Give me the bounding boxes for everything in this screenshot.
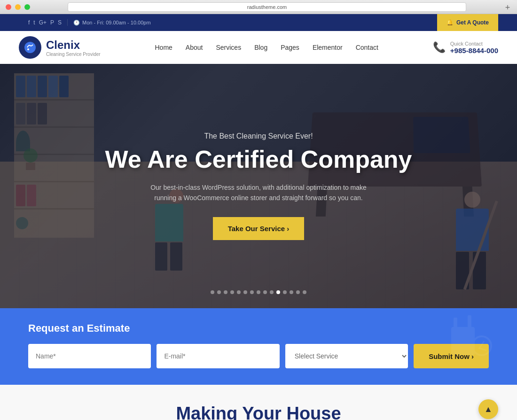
dot-15[interactable] [303, 290, 306, 294]
logo-text: Clenix Cleaning Service Provider [46, 39, 101, 57]
nav-pages[interactable]: Pages [281, 44, 299, 51]
dot-2[interactable] [217, 290, 221, 294]
browser-window: radiustheme.com + f t G+ P S 🕐 Mon - Fri… [0, 0, 517, 420]
svg-point-0 [24, 42, 36, 53]
contact-number: +985-8844-000 [450, 47, 498, 54]
svg-rect-4 [468, 315, 471, 329]
phone-icon: 📞 [433, 41, 446, 54]
brand-name: Clenix [46, 39, 101, 52]
address-bar[interactable]: radiustheme.com [68, 2, 466, 12]
contact-info: Quick Contact +985-8844-000 [450, 41, 498, 54]
svg-rect-3 [454, 318, 457, 332]
website-content: f t G+ P S 🕐 Mon - Fri: 09.00am - 10.00p… [0, 14, 517, 420]
top-bar-left: f t G+ P S 🕐 Mon - Fri: 09.00am - 10.00p… [28, 19, 151, 26]
dot-1[interactable] [211, 290, 214, 294]
nav-elementor[interactable]: Elementor [313, 44, 343, 51]
dot-11[interactable] [276, 290, 280, 294]
get-quote-button[interactable]: 🔔 Get A Quote [437, 14, 498, 31]
nav-blog[interactable]: Blog [254, 44, 267, 51]
dot-6[interactable] [243, 290, 247, 294]
dot-10[interactable] [270, 290, 274, 294]
traffic-lights [6, 4, 30, 10]
quick-contact: 📞 Quick Contact +985-8844-000 [433, 41, 498, 54]
facebook-icon[interactable]: f [28, 19, 30, 26]
twitter-icon[interactable]: t [33, 19, 35, 26]
title-bar: radiustheme.com + [0, 0, 517, 14]
dot-14[interactable] [296, 290, 300, 294]
hero-description: Our best-in-class WordPress solution, wi… [141, 182, 376, 203]
dot-4[interactable] [230, 290, 234, 294]
logo[interactable]: Clenix Cleaning Service Provider [19, 36, 101, 59]
google-plus-icon[interactable]: G+ [39, 19, 47, 26]
social-icons: f t G+ P S [28, 19, 62, 26]
logo-svg [24, 41, 37, 54]
dot-3[interactable] [224, 290, 227, 294]
nav-home[interactable]: Home [155, 44, 172, 51]
hero-section: The Best Cleaning Service Ever! We Are C… [0, 64, 517, 308]
svg-point-1 [27, 48, 29, 50]
dot-9[interactable] [263, 290, 267, 294]
dot-8[interactable] [257, 290, 260, 294]
email-input[interactable] [157, 344, 279, 368]
top-bar: f t G+ P S 🕐 Mon - Fri: 09.00am - 10.00p… [0, 14, 517, 31]
snapchat-icon[interactable]: S [58, 19, 62, 26]
hero-title: We Are Certified Company [105, 146, 412, 173]
logo-icon [19, 36, 41, 59]
dot-5[interactable] [237, 290, 241, 294]
nav-contact[interactable]: Contact [356, 44, 378, 51]
brand-tagline: Cleaning Service Provider [46, 52, 101, 57]
maximize-button[interactable] [24, 4, 30, 10]
business-hours: 🕐 Mon - Fri: 09.00am - 10.00pm [73, 20, 151, 26]
contact-label: Quick Contact [450, 41, 498, 47]
nav-links: Home About Services Blog Pages Elementor… [155, 44, 378, 51]
hero-cta-button[interactable]: Take Our Service › [213, 217, 305, 240]
below-fold-title: Making Your House [28, 404, 489, 420]
dot-7[interactable] [250, 290, 254, 294]
divider [67, 19, 68, 26]
below-fold-section: Making Your House [0, 385, 517, 420]
nav-about[interactable]: About [186, 44, 203, 51]
dot-13[interactable] [290, 290, 293, 294]
nav-services[interactable]: Services [216, 44, 241, 51]
hero-subtitle: The Best Cleaning Service Ever! [105, 132, 412, 140]
url-text: radiustheme.com [247, 4, 287, 10]
dot-12[interactable] [283, 290, 287, 294]
pinterest-icon[interactable]: P [50, 19, 54, 26]
estimate-title: Request an Estimate [28, 322, 489, 334]
estimate-graphic [442, 313, 498, 369]
service-select[interactable]: Slelect ServiceHouse CleaningOffice Clea… [285, 344, 408, 368]
pagination-dots [211, 290, 306, 294]
name-input[interactable] [28, 344, 151, 368]
estimate-form: Slelect ServiceHouse CleaningOffice Clea… [28, 344, 489, 368]
hero-content: The Best Cleaning Service Ever! We Are C… [95, 132, 421, 241]
scroll-to-top-button[interactable]: ▲ [478, 399, 498, 419]
hours-text: Mon - Fri: 09.00am - 10.00pm [82, 20, 151, 25]
bell-icon: 🔔 [446, 19, 454, 26]
estimate-section: Request an Estimate Slelect ServiceHouse… [0, 308, 517, 385]
chevron-up-icon: ▲ [484, 404, 493, 414]
navbar: Clenix Cleaning Service Provider Home Ab… [0, 31, 517, 64]
close-button[interactable] [6, 4, 11, 10]
quote-label: Get A Quote [456, 19, 489, 26]
minimize-button[interactable] [15, 4, 21, 10]
clock-icon: 🕐 [73, 20, 80, 26]
new-tab-button[interactable]: + [504, 3, 511, 11]
